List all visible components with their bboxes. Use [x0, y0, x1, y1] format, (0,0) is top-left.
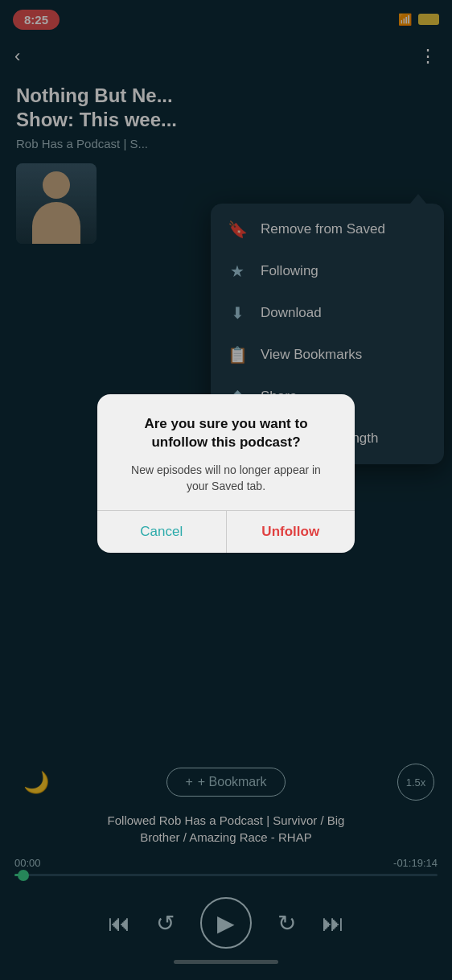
dialog-message: New episodes will no longer appear inyou… — [117, 462, 335, 495]
unfollow-dialog: Are you sure you want tounfollow this po… — [97, 394, 355, 553]
dialog-body: Are you sure you want tounfollow this po… — [97, 394, 355, 510]
screen: 8:25 📶 ‹ ⋮ Nothing But Ne...Show: This w… — [0, 0, 452, 980]
cancel-button[interactable]: Cancel — [97, 511, 227, 553]
dialog-buttons: Cancel Unfollow — [97, 510, 355, 553]
dialog-title: Are you sure you want tounfollow this po… — [117, 415, 335, 452]
unfollow-button[interactable]: Unfollow — [227, 511, 355, 553]
